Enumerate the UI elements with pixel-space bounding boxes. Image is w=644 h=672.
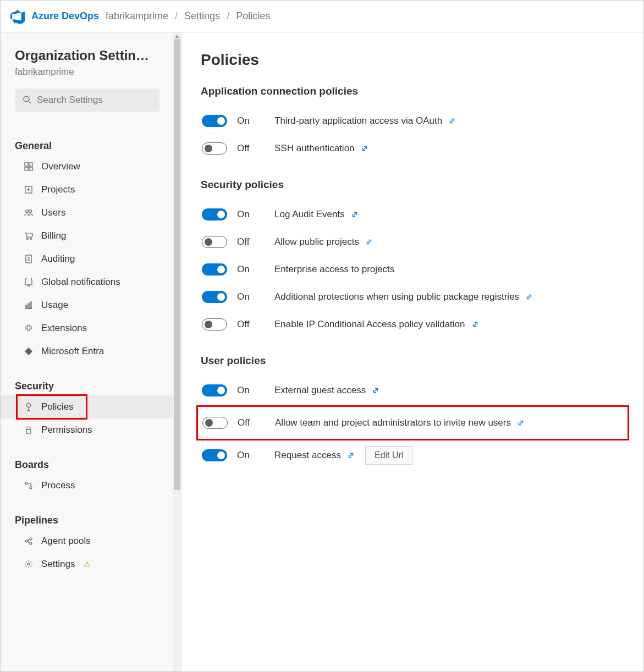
policy-audit: On Log Audit Events [201,201,625,228]
breadcrumb: Azure DevOps fabrikamprime / Settings / … [1,1,643,32]
search-icon [23,95,31,106]
sidebar-item-agent-pools[interactable]: Agent pools [1,530,173,553]
billing-icon [24,231,34,241]
policy-oauth: On Third-party application access via OA… [201,107,625,135]
toggle-request-access[interactable] [202,449,227,461]
sidebar-item-settings[interactable]: Settings ⚠ [1,553,173,576]
policy-enterprise-access: On Enterprise access to projects [201,256,625,283]
sidebar-item-label: Process [41,480,75,491]
toggle-package-registries[interactable] [202,291,227,303]
policy-label: External guest access [274,385,380,396]
link-icon[interactable] [350,210,359,219]
sidebar-item-projects[interactable]: Projects [1,178,173,201]
policy-label: Log Audit Events [274,209,359,220]
svg-point-10 [29,210,32,213]
toggle-audit[interactable] [202,208,227,221]
sidebar-item-billing[interactable]: Billing [1,224,173,247]
toggle-ssh[interactable] [202,142,227,155]
breadcrumb-policies[interactable]: Policies [236,10,270,22]
search-box[interactable] [15,89,159,112]
toggle-state: On [237,264,265,275]
svg-point-28 [30,542,32,544]
toggle-oauth[interactable] [202,115,227,127]
policy-ssh: Off SSH authentication [201,135,625,162]
link-icon[interactable] [346,451,355,460]
toggle-state: On [237,450,265,461]
sidebar-item-overview[interactable]: Overview [1,155,173,178]
policy-public-projects: Off Allow public projects [201,228,625,256]
azure-devops-logo-icon[interactable] [10,9,25,24]
toggle-state: On [237,115,265,126]
sidebar-item-auditing[interactable]: Auditing [1,247,173,271]
policy-label: Request access [274,450,355,461]
sidebar-item-microsoft-entra[interactable]: Microsoft Entra [1,340,173,363]
policy-ip-conditional: Off Enable IP Conditional Access policy … [201,311,625,338]
svg-point-11 [27,238,29,240]
toggle-enterprise-access[interactable] [202,263,227,276]
link-icon[interactable] [471,320,480,329]
warning-icon: ⚠ [84,560,91,569]
svg-point-26 [25,540,27,542]
link-icon[interactable] [360,144,369,153]
sidebar-item-policies[interactable]: Policies [1,395,173,418]
edit-url-button[interactable]: Edit Url [365,446,412,465]
sidebar-item-label: Permissions [41,425,92,436]
main-content: Policies Application connection policies… [182,32,643,671]
toggle-guest-access[interactable] [202,384,227,396]
sidebar-item-global-notifications[interactable]: Global notifications [1,271,173,294]
sidebar-item-users[interactable]: Users [1,201,173,224]
agent-pools-icon [24,536,34,546]
users-icon [24,208,34,218]
svg-line-29 [27,539,30,541]
svg-line-1 [29,101,31,103]
svg-point-31 [27,563,30,565]
svg-line-30 [27,541,30,543]
group-user-title: User policies [201,355,625,367]
sidebar-item-label: Projects [41,184,75,195]
overview-icon [24,162,34,172]
svg-point-0 [24,96,29,102]
toggle-public-projects[interactable] [202,236,227,248]
projects-icon [24,185,34,195]
toggle-ip-conditional[interactable] [202,318,227,331]
svg-point-27 [30,538,32,540]
svg-rect-3 [29,163,32,166]
svg-rect-2 [25,163,28,166]
sidebar-item-label: Overview [41,161,80,172]
scroll-thumb[interactable] [174,39,180,490]
toggle-state: On [237,291,265,302]
svg-point-25 [30,487,32,489]
sidebar-item-usage[interactable]: Usage [1,294,173,317]
page-title: Policies [201,51,625,69]
sidebar-item-label: Global notifications [41,277,120,288]
sidebar-item-label: Users [41,207,65,218]
sidebar-item-permissions[interactable]: Permissions [1,418,173,442]
svg-point-12 [30,238,32,240]
usage-icon [24,300,34,310]
sidebar-subtitle: fabrikamprime [15,67,159,78]
policy-package-registries: On Additional protections when using pub… [201,283,625,311]
gear-icon [24,559,34,569]
sidebar-item-process[interactable]: Process [1,474,173,497]
sidebar: Organization Settin… fabrikamprime Gener… [1,32,182,671]
scroll-up-icon[interactable] [175,35,179,38]
policy-request-access: On Request access Edit Url [201,442,625,469]
link-icon[interactable] [525,293,533,301]
scrollbar[interactable] [173,32,181,671]
breadcrumb-settings[interactable]: Settings [184,10,220,22]
link-icon[interactable] [448,117,456,125]
sidebar-item-extensions[interactable]: Extensions [1,317,173,340]
link-icon[interactable] [516,418,525,427]
policies-icon [24,402,34,412]
link-icon[interactable] [365,238,373,246]
brand-link[interactable]: Azure DevOps [31,10,99,22]
sidebar-item-label: Billing [41,230,66,241]
breadcrumb-org[interactable]: fabrikamprime [106,10,168,22]
toggle-invite-users[interactable] [202,417,228,429]
search-input[interactable] [37,95,152,106]
policy-label: SSH authentication [274,143,369,154]
sidebar-item-label: Auditing [41,254,75,265]
toggle-state: On [237,209,265,220]
policy-label: Additional protections when using public… [274,291,533,302]
link-icon[interactable] [371,386,380,395]
